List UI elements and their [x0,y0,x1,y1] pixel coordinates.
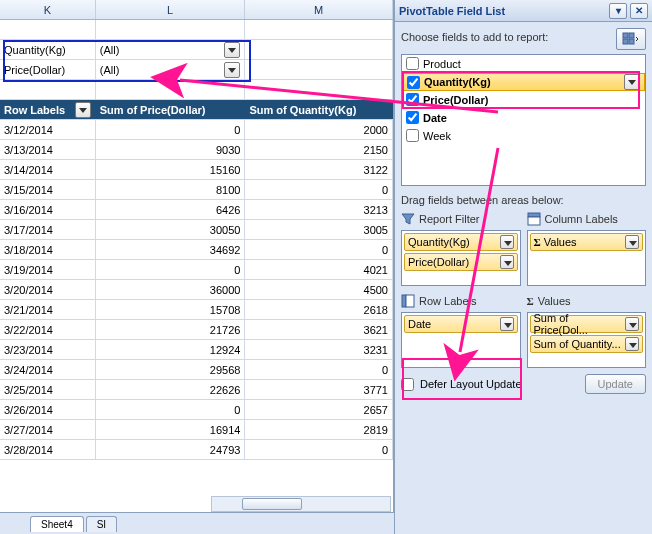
table-row[interactable]: 3/23/2014129243231 [0,340,393,360]
panel-dropdown-button[interactable]: ▾ [609,3,627,19]
cell-date[interactable]: 3/19/2014 [0,260,96,279]
table-row[interactable]: 3/15/201481000 [0,180,393,200]
table-row[interactable]: 3/25/2014226263771 [0,380,393,400]
row-labels-box[interactable]: Date [401,312,521,368]
cell-price[interactable]: 6426 [96,200,246,219]
cell-date[interactable]: 3/17/2014 [0,220,96,239]
cell-qty[interactable]: 2819 [245,420,393,439]
filter-value[interactable]: (All) [96,40,246,59]
area-item[interactable]: Σ Values [530,233,644,251]
col-header-M[interactable]: M [245,0,393,19]
cell-qty[interactable]: 3213 [245,200,393,219]
row-labels-header[interactable]: Row Labels [0,100,96,119]
cell-price[interactable]: 30050 [96,220,246,239]
cell-price[interactable]: 9030 [96,140,246,159]
cell-price[interactable]: 12924 [96,340,246,359]
update-button[interactable]: Update [585,374,646,394]
cell-date[interactable]: 3/26/2014 [0,400,96,419]
cell-date[interactable]: 3/24/2014 [0,360,96,379]
table-row[interactable]: 3/13/201490302150 [0,140,393,160]
table-row[interactable]: 3/20/2014360004500 [0,280,393,300]
cell-date[interactable]: 3/18/2014 [0,240,96,259]
table-row[interactable]: 3/21/2014157082618 [0,300,393,320]
cell-price[interactable]: 29568 [96,360,246,379]
cell-price[interactable]: 15708 [96,300,246,319]
cell-qty[interactable]: 3621 [245,320,393,339]
field-checkbox[interactable] [406,57,419,70]
cell-date[interactable]: 3/14/2014 [0,160,96,179]
col-header-L[interactable]: L [96,0,246,19]
table-row[interactable]: 3/24/2014295680 [0,360,393,380]
report-filter-box[interactable]: Quantity(Kg)Price(Dollar) [401,230,521,286]
chevron-down-icon[interactable] [500,255,514,269]
chevron-down-icon[interactable] [500,235,514,249]
cell-qty[interactable]: 4500 [245,280,393,299]
cell-qty[interactable]: 3122 [245,160,393,179]
cell-qty[interactable]: 3005 [245,220,393,239]
col-header-K[interactable]: K [0,0,96,19]
cell-date[interactable]: 3/16/2014 [0,200,96,219]
cell-date[interactable]: 3/23/2014 [0,340,96,359]
chevron-down-icon[interactable] [625,317,639,331]
cell-qty[interactable]: 3771 [245,380,393,399]
table-row[interactable]: 3/28/2014247930 [0,440,393,460]
cell-price[interactable]: 0 [96,260,246,279]
area-item[interactable]: Sum of Quantity... [530,335,644,353]
chevron-down-icon[interactable] [625,337,639,351]
cell-price[interactable]: 15160 [96,160,246,179]
cell-date[interactable]: 3/20/2014 [0,280,96,299]
cell-date[interactable]: 3/28/2014 [0,440,96,459]
sheet-tab-active[interactable]: Sheet4 [30,516,84,532]
table-row[interactable]: 3/18/2014346920 [0,240,393,260]
cell-date[interactable]: 3/27/2014 [0,420,96,439]
table-row[interactable]: 3/22/2014217263621 [0,320,393,340]
cell-qty[interactable]: 0 [245,180,393,199]
cell-date[interactable]: 3/22/2014 [0,320,96,339]
close-icon[interactable]: ✕ [630,3,648,19]
cell-date[interactable]: 3/13/2014 [0,140,96,159]
cell-qty[interactable]: 2618 [245,300,393,319]
cell-price[interactable]: 34692 [96,240,246,259]
area-item[interactable]: Sum of Price(Dol... [530,315,644,333]
cell-price[interactable]: 21726 [96,320,246,339]
area-item[interactable]: Quantity(Kg) [404,233,518,251]
cell-qty[interactable]: 2657 [245,400,393,419]
chevron-down-icon[interactable] [224,42,240,58]
field-checkbox[interactable] [407,76,420,89]
chevron-down-icon[interactable] [75,102,91,118]
table-row[interactable]: 3/27/2014169142819 [0,420,393,440]
layout-options-button[interactable] [616,28,646,50]
cell-price[interactable]: 36000 [96,280,246,299]
table-row[interactable]: 3/26/201402657 [0,400,393,420]
cell-qty[interactable]: 0 [245,240,393,259]
values-box[interactable]: Sum of Price(Dol...Sum of Quantity... [527,312,647,368]
cell-price[interactable]: 0 [96,400,246,419]
cell-price[interactable]: 24793 [96,440,246,459]
cell-price[interactable]: 0 [96,120,246,139]
field-checkbox[interactable] [406,129,419,142]
field-checkbox[interactable] [406,111,419,124]
cell-price[interactable]: 8100 [96,180,246,199]
filter-value[interactable]: (All) [96,60,246,79]
chevron-down-icon[interactable] [500,317,514,331]
chevron-down-icon[interactable] [625,235,639,249]
cell-date[interactable]: 3/21/2014 [0,300,96,319]
chevron-down-icon[interactable] [224,62,240,78]
chevron-down-icon[interactable] [624,74,640,90]
field-item[interactable]: Product [402,55,645,73]
cell-price[interactable]: 22626 [96,380,246,399]
column-labels-box[interactable]: Σ Values [527,230,647,286]
defer-update-checkbox[interactable] [401,378,414,391]
cell-qty[interactable]: 4021 [245,260,393,279]
cell-date[interactable]: 3/25/2014 [0,380,96,399]
table-row[interactable]: 3/17/2014300503005 [0,220,393,240]
field-item[interactable]: Week [402,127,645,145]
cell-qty[interactable]: 2150 [245,140,393,159]
table-row[interactable]: 3/19/201404021 [0,260,393,280]
area-item[interactable]: Price(Dollar) [404,253,518,271]
cell-qty[interactable]: 0 [245,440,393,459]
scroll-thumb[interactable] [242,498,302,510]
table-row[interactable]: 3/16/201464263213 [0,200,393,220]
cell-date[interactable]: 3/15/2014 [0,180,96,199]
horizontal-scrollbar[interactable] [211,496,391,512]
